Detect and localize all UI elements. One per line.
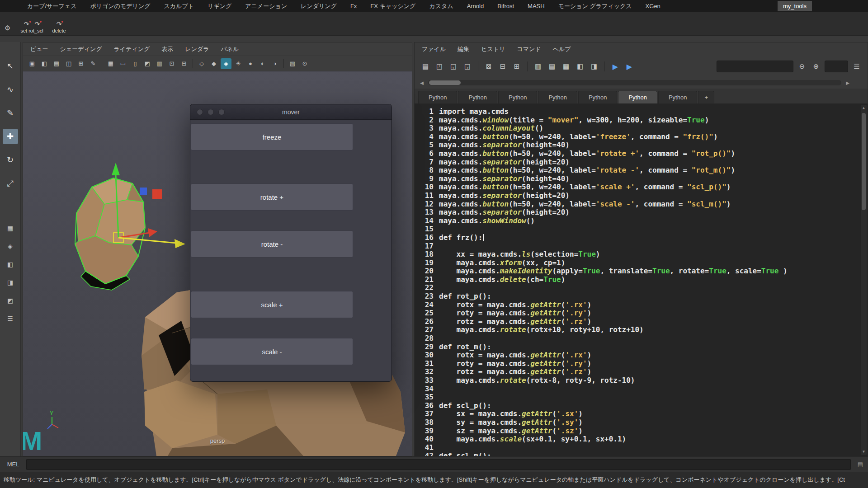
- vscroll-down-arrow[interactable]: ▼: [861, 449, 867, 455]
- menu-item-8[interactable]: カスタム: [429, 2, 453, 10]
- mover-button-freeze[interactable]: freeze: [191, 123, 353, 150]
- pane-layout-single-icon[interactable]: ◧: [7, 261, 13, 268]
- show-input-pane-icon[interactable]: ◧: [575, 61, 585, 72]
- film-gate-icon[interactable]: ▭: [118, 58, 128, 69]
- shadows-icon[interactable]: ●: [245, 58, 256, 69]
- execute-icon[interactable]: ▶: [624, 61, 635, 72]
- wireframe-icon[interactable]: ◇: [196, 58, 207, 69]
- code-vscroll[interactable]: ▲ ▼: [861, 105, 867, 455]
- zoom-out-icon[interactable]: ⊖: [797, 61, 807, 72]
- select-tool[interactable]: ↖: [3, 58, 18, 74]
- safe-title-icon[interactable]: ⊟: [179, 58, 189, 69]
- menu-item-fx[interactable]: Fx: [350, 3, 357, 9]
- code-editor[interactable]: 1import maya.cmds2maya.cmds.window(title…: [415, 104, 868, 456]
- vp-menu-item-2[interactable]: ライティング: [113, 45, 150, 53]
- show-history-pane-icon[interactable]: ◨: [589, 61, 599, 72]
- sp-menu-item-4[interactable]: ヘルプ: [553, 45, 571, 53]
- vscroll-up-arrow[interactable]: ▲: [861, 105, 867, 111]
- tab-python-6[interactable]: Python: [658, 91, 697, 103]
- perspective-layout-icon[interactable]: ◈: [8, 243, 13, 250]
- panel-options-icon[interactable]: ☰: [851, 61, 862, 72]
- vscroll-thumb[interactable]: [862, 113, 866, 210]
- font-size-input[interactable]: [825, 61, 848, 72]
- clear-history-icon[interactable]: ⊟: [497, 61, 508, 72]
- shelf-button-delete[interactable]: ↷delete: [52, 20, 66, 33]
- resolution-gate-icon[interactable]: ▯: [130, 58, 141, 69]
- mover-titlebar[interactable]: mover: [190, 104, 392, 120]
- save-script-as-icon[interactable]: ◲: [462, 61, 473, 72]
- grid-icon[interactable]: ▦: [105, 58, 116, 69]
- tab-python-1[interactable]: Python: [458, 91, 497, 103]
- paint-select-tool[interactable]: ✎: [3, 105, 18, 121]
- vp-menu-item-5[interactable]: パネル: [221, 45, 239, 53]
- clear-all-icon[interactable]: ⊞: [511, 61, 522, 72]
- ambient-occlusion-icon[interactable]: ◐: [257, 58, 268, 69]
- menu-item-3[interactable]: リギング: [208, 2, 231, 10]
- camera-bookmark-icon[interactable]: ▤: [51, 58, 62, 69]
- mover-button-scale[interactable]: scale -: [191, 338, 353, 365]
- mover-button-rotate[interactable]: rotate +: [191, 183, 353, 211]
- lasso-select-tool[interactable]: ∿: [3, 82, 18, 97]
- sp-menu-item-0[interactable]: ファイル: [422, 45, 446, 53]
- isolate-select-icon[interactable]: ⊙: [299, 58, 310, 69]
- hscroll-track[interactable]: [428, 80, 841, 85]
- tab-new[interactable]: +: [698, 91, 714, 103]
- mover-button-rotate[interactable]: rotate -: [191, 230, 353, 258]
- mover-button-scale[interactable]: scale +: [191, 291, 353, 318]
- menu-item-xgen[interactable]: XGen: [646, 3, 660, 9]
- tab-python-0[interactable]: Python: [418, 91, 457, 103]
- command-line-history-icon[interactable]: ▤: [854, 461, 866, 468]
- hscroll-left-arrow[interactable]: ◀: [418, 80, 425, 85]
- menu-item-0[interactable]: カーブ/サーフェス: [27, 2, 76, 10]
- menu-item-1[interactable]: ポリゴンのモデリング: [90, 2, 150, 10]
- menu-item-2[interactable]: スカルプト: [164, 2, 194, 10]
- smooth-shade-icon[interactable]: ◆: [208, 58, 219, 69]
- image-plane-icon[interactable]: ◫: [63, 58, 74, 69]
- zoom-button[interactable]: [218, 109, 225, 115]
- tab-python-2[interactable]: Python: [498, 91, 537, 103]
- mover-window[interactable]: mover freezerotate +rotate -scale +scale…: [190, 104, 392, 382]
- textured-shade-icon[interactable]: ◈: [221, 58, 231, 69]
- tab-python-3[interactable]: Python: [538, 91, 577, 103]
- pane-layout-quad-icon[interactable]: ◩: [7, 297, 13, 304]
- command-line-language-label[interactable]: MEL: [0, 461, 26, 468]
- camera-lock-icon[interactable]: ◧: [39, 58, 50, 69]
- rotate-tool[interactable]: ↻: [3, 152, 18, 168]
- field-chart-icon[interactable]: ▥: [154, 58, 165, 69]
- new-script-icon[interactable]: ▤: [420, 61, 431, 72]
- hscroll-right-arrow[interactable]: ▶: [844, 80, 851, 85]
- grease-pencil-icon[interactable]: ✎: [88, 58, 99, 69]
- grid-layout-icon[interactable]: ▦: [7, 225, 13, 232]
- pan-zoom-icon[interactable]: ⊞: [75, 58, 86, 69]
- outliner-layout-icon[interactable]: ☰: [7, 315, 13, 322]
- show-stack-trace-icon[interactable]: ▤: [547, 61, 557, 72]
- menu-item-arnold[interactable]: Arnold: [467, 3, 484, 9]
- sp-menu-item-1[interactable]: 編集: [458, 45, 469, 53]
- safe-action-icon[interactable]: ⊡: [166, 58, 177, 69]
- menu-item-12[interactable]: モーション グラフィックス: [558, 2, 632, 10]
- vp-menu-item-4[interactable]: レンダラ: [185, 45, 209, 53]
- vp-menu-item-1[interactable]: シェーディング: [60, 45, 102, 53]
- shelf-button-set-rot-scl[interactable]: ↷↷set rot_scl: [20, 20, 43, 33]
- script-search-input[interactable]: [717, 61, 793, 72]
- menu-item-my-tools[interactable]: my_tools: [778, 1, 812, 11]
- vp-menu-item-3[interactable]: 表示: [161, 45, 173, 53]
- gear-icon[interactable]: ⚙: [5, 24, 10, 32]
- use-all-lights-icon[interactable]: ☀: [233, 58, 244, 69]
- tab-python-4[interactable]: Python: [578, 91, 617, 103]
- pane-layout-split-icon[interactable]: ◨: [7, 279, 13, 286]
- menu-item-bifrost[interactable]: Bifrost: [497, 3, 514, 9]
- vp-menu-item-0[interactable]: ビュー: [30, 45, 48, 53]
- hscroll-thumb[interactable]: [429, 80, 461, 85]
- command-line-input[interactable]: [26, 459, 851, 470]
- camera-select-icon[interactable]: ▣: [27, 58, 38, 69]
- motion-blur-icon[interactable]: ◑: [269, 58, 280, 69]
- menu-item-fx[interactable]: FX キャッシング: [370, 2, 415, 10]
- echo-all-commands-icon[interactable]: ▦: [561, 61, 571, 72]
- execute-all-icon[interactable]: ▶: [610, 61, 621, 72]
- menu-item-5[interactable]: レンダリング: [301, 2, 337, 10]
- open-script-icon[interactable]: ◰: [434, 61, 445, 72]
- minimize-button[interactable]: [208, 109, 214, 115]
- scale-tool[interactable]: ⤢: [3, 176, 18, 191]
- zoom-in-icon[interactable]: ⊕: [811, 61, 821, 72]
